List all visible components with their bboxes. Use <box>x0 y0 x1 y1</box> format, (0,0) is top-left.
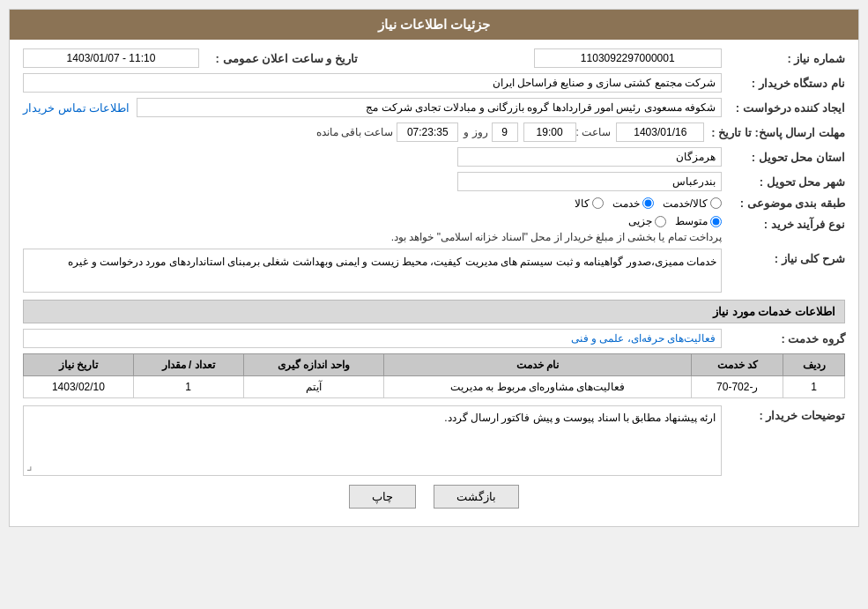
col-qty: تعداد / مقدار <box>133 354 243 376</box>
print-button[interactable]: چاپ <box>349 485 416 509</box>
description-label: شرح کلی نیاز : <box>722 249 845 265</box>
purchase-type-jozi[interactable]: جزیی <box>628 215 666 227</box>
send-date-label: مهلت ارسال پاسخ: تا تاریخ : <box>704 126 845 139</box>
services-table: ردیف کد خدمت نام خدمت واحد اندازه گیری ت… <box>23 353 845 398</box>
cell-row: 1 <box>783 376 845 398</box>
cell-unit: آیتم <box>243 376 384 398</box>
buttons-row: بازگشت چاپ <box>23 485 845 517</box>
day-label: روز و <box>464 126 487 138</box>
category-radio-kala_khedmat[interactable]: کالا/خدمت <box>663 197 722 210</box>
creator-link[interactable]: اطلاعات تماس خریدار <box>23 101 130 115</box>
announce-label: تاریخ و ساعت اعلان عمومی : <box>199 52 358 65</box>
back-button[interactable]: بازگشت <box>434 485 519 509</box>
announce-value: 1403/01/07 - 11:10 <box>23 48 199 68</box>
page-wrapper: جزئیات اطلاعات نیاز شماره نیاز : 1103092… <box>0 0 868 609</box>
description-row: شرح کلی نیاز : خدمات ممیزی،صدور گواهینام… <box>23 249 845 293</box>
province-label: استان محل تحویل : <box>722 151 845 164</box>
service-group-value[interactable]: فعالیت‌های حرفه‌ای، علمی و فنی <box>23 329 722 348</box>
service-group-row: گروه خدمت : فعالیت‌های حرفه‌ای، علمی و ف… <box>23 329 845 348</box>
category-radio-kala[interactable]: کالا <box>575 197 604 210</box>
buyer-org-value: شرکت مجتمع کشتی سازی و صنایع فراساحل ایر… <box>23 73 722 93</box>
category-row: طبقه بندی موضوعی : کالا/خدمت خدمت کالا <box>23 197 845 210</box>
description-value: خدمات ممیزی،صدور گواهینامه و ثبت سیستم ه… <box>23 249 722 293</box>
resize-icon: ⌟ <box>26 458 33 472</box>
day-value: 9 <box>492 123 518 142</box>
col-unit: واحد اندازه گیری <box>243 354 384 376</box>
need-number-row: شماره نیاز : 1103092297000001 تاریخ و سا… <box>23 48 845 68</box>
category-radio-group: کالا/خدمت خدمت کالا <box>575 197 722 210</box>
creator-value: شکوفه مسعودی رئیس امور قراردادها گروه با… <box>137 98 722 117</box>
cell-quantity: 1 <box>133 376 243 398</box>
buyer-desc-row: توضیحات خریدار : ارئه پیشنهاد مطابق با ا… <box>23 405 845 476</box>
purchase-type-motevaset[interactable]: متوسط <box>675 215 722 227</box>
buyer-desc-value: ارئه پیشنهاد مطابق با اسناد پیوست و پیش … <box>23 405 722 476</box>
time-value: 19:00 <box>523 123 576 142</box>
province-row: استان محل تحویل : هرمزگان <box>23 147 845 167</box>
remaining-label: ساعت باقی مانده <box>316 126 394 138</box>
cell-date: 1403/02/10 <box>24 376 134 398</box>
remaining-value: 07:23:35 <box>397 123 458 142</box>
send-date-row: مهلت ارسال پاسخ: تا تاریخ : 1403/01/16 س… <box>23 123 845 142</box>
services-section-title: اطلاعات خدمات مورد نیاز <box>23 300 845 323</box>
purchase-type-row: نوع فرآیند خرید : متوسط جزیی پرداخت تمام… <box>23 215 845 243</box>
col-date: تاریخ نیاز <box>24 354 134 376</box>
service-group-label: گروه خدمت : <box>722 332 845 345</box>
main-panel: جزئیات اطلاعات نیاز شماره نیاز : 1103092… <box>9 9 859 527</box>
col-code: کد خدمت <box>692 354 783 376</box>
buyer-org-label: نام دستگاه خریدار : <box>722 77 845 90</box>
province-value: هرمزگان <box>457 147 722 167</box>
buyer-desc-label: توضیحات خریدار : <box>722 405 845 422</box>
city-label: شهر محل تحویل : <box>722 175 845 189</box>
panel-title: جزئیات اطلاعات نیاز <box>378 17 490 32</box>
need-number-value: 1103092297000001 <box>534 48 723 68</box>
time-label: ساعت : <box>576 126 612 138</box>
category-label: طبقه بندی موضوعی : <box>722 197 845 210</box>
cell-name: فعالیت‌های مشاوره‌ای مربوط به مدیریت <box>384 376 692 398</box>
creator-row: ایجاد کننده درخواست : شکوفه مسعودی رئیس … <box>23 98 845 117</box>
need-number-label: شماره نیاز : <box>722 52 845 65</box>
creator-label: ایجاد کننده درخواست : <box>722 101 845 115</box>
date-value: 1403/01/16 <box>616 123 704 142</box>
cell-code: ر-702-70 <box>692 376 783 398</box>
city-row: شهر محل تحویل : بندرعباس <box>23 172 845 191</box>
panel-header: جزئیات اطلاعات نیاز <box>10 10 858 40</box>
table-row: 1ر-702-70فعالیت‌های مشاوره‌ای مربوط به م… <box>24 376 845 398</box>
panel-body: شماره نیاز : 1103092297000001 تاریخ و سا… <box>10 40 858 526</box>
col-name: نام خدمت <box>384 354 692 376</box>
category-radio-khedmat[interactable]: خدمت <box>612 197 654 210</box>
buyer-org-row: نام دستگاه خریدار : شرکت مجتمع کشتی سازی… <box>23 73 845 93</box>
col-row: ردیف <box>783 354 845 376</box>
purchase-type-label: نوع فرآیند خرید : <box>722 215 845 231</box>
city-value: بندرعباس <box>457 172 722 191</box>
purchase-type-radio-group: متوسط جزیی <box>23 215 722 227</box>
purchase-type-note: پرداخت تمام یا بخشی از مبلغ خریدار از مح… <box>23 231 722 243</box>
